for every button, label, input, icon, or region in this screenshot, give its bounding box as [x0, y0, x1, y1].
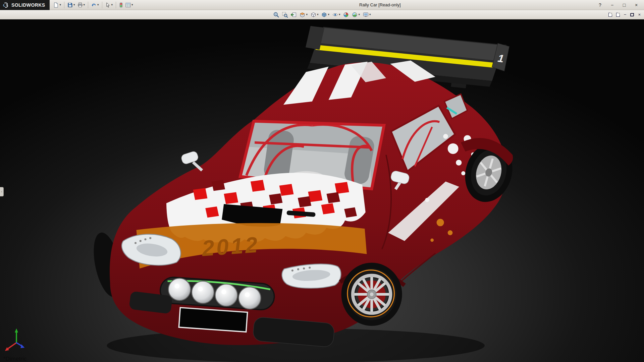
maximize-button[interactable]: □ [621, 2, 627, 8]
brand-name: SOLIDWORKS [11, 2, 45, 8]
undo-button[interactable]: ▾ [90, 1, 100, 9]
license-plate [179, 308, 247, 332]
chevron-down-icon[interactable]: ▾ [111, 3, 113, 6]
zoom-to-area-button[interactable] [281, 11, 288, 18]
left-mirror[interactable] [180, 150, 202, 170]
solidworks-logo: SOLIDWORKS [0, 0, 50, 10]
orientation-triad [5, 328, 25, 351]
zoom-to-fit-button[interactable] [272, 11, 280, 18]
close-button[interactable]: × [633, 2, 639, 8]
3ds-logo-icon [3, 2, 9, 8]
headsup-view-toolbar: ▾ ▾ ▾ ▾ [272, 11, 371, 18]
document-restore-button[interactable] [630, 13, 634, 16]
section-view-button[interactable]: ▾ [299, 11, 308, 18]
toolbar-separator [116, 2, 116, 8]
view-settings-button[interactable]: ▾ [362, 11, 372, 18]
title-bar: SOLIDWORKS ▾ ▾ ▾ [0, 0, 644, 10]
standard-toolbar: ▾ ▾ ▾ ▾ [52, 1, 134, 9]
minimize-button[interactable]: − [609, 2, 615, 8]
chevron-down-icon[interactable]: ▾ [317, 13, 319, 16]
headsup-bar: ▾ ▾ ▾ ▾ [0, 10, 644, 19]
3d-viewport-scene[interactable]: 1 [0, 19, 644, 362]
chevron-down-icon[interactable]: ▾ [97, 3, 99, 6]
chevron-down-icon[interactable]: ▾ [84, 3, 85, 6]
chevron-down-icon[interactable]: ▾ [306, 13, 308, 16]
view-orientation-label: *Dimetric [3, 355, 27, 362]
toolbar-separator [64, 2, 64, 8]
window-controls: ? − □ × [597, 2, 644, 8]
toolbar-separator [88, 2, 88, 8]
display-style-button[interactable]: ▾ [320, 11, 330, 18]
chevron-down-icon[interactable]: ▾ [359, 13, 360, 16]
chevron-down-icon[interactable]: ▾ [339, 13, 340, 16]
chevron-down-icon[interactable]: ▾ [131, 3, 133, 6]
toolbar-separator [102, 2, 102, 8]
print-button[interactable]: ▾ [76, 1, 86, 9]
feature-tree-collapse-tab[interactable]: ‹ [0, 187, 4, 196]
chevron-down-icon[interactable]: ▾ [328, 13, 329, 16]
right-headlight[interactable] [282, 264, 341, 288]
chevron-down-icon[interactable]: ▾ [59, 3, 61, 6]
hide-show-items-button[interactable]: ▾ [331, 11, 341, 18]
apply-scene-button[interactable]: ▾ [351, 11, 361, 18]
previous-view-button[interactable] [290, 11, 297, 18]
chevron-down-icon[interactable]: ▾ [369, 13, 371, 16]
graphics-area[interactable]: ‹ [0, 19, 644, 362]
car-body[interactable]: 2012 [110, 60, 507, 347]
window-title: Rally Car [Read-only] [359, 2, 401, 7]
front-right-wheel[interactable] [341, 263, 402, 326]
new-document-button[interactable]: ▾ [52, 1, 62, 9]
options-button[interactable]: ▾ [124, 1, 134, 9]
rebuild-button[interactable] [118, 1, 124, 9]
help-button[interactable]: ? [597, 2, 603, 8]
year-decal: 2012 [201, 232, 260, 261]
document-window-controls: − × [608, 12, 644, 17]
edit-appearance-button[interactable] [342, 11, 350, 18]
document-icon[interactable] [608, 13, 612, 17]
chevron-down-icon[interactable]: ▾ [73, 3, 75, 6]
document-minimize-button[interactable]: − [624, 12, 627, 17]
document-close-button[interactable]: × [638, 12, 641, 17]
document-icon[interactable] [616, 13, 620, 17]
select-tool-button[interactable]: ▾ [104, 1, 114, 9]
save-button[interactable]: ▾ [66, 1, 76, 9]
view-orientation-button[interactable]: ▾ [310, 11, 319, 18]
